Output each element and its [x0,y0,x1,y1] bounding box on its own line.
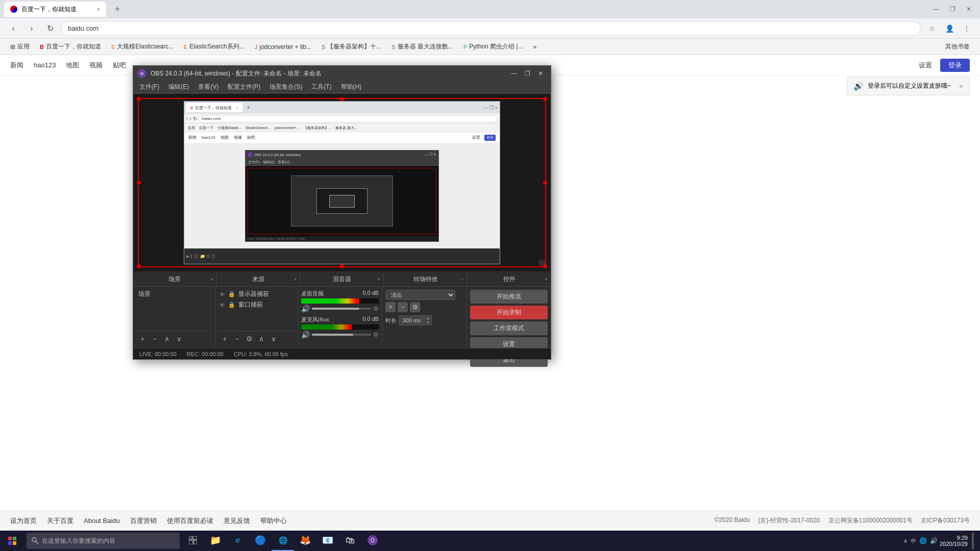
file-explorer-button[interactable]: 📁 [204,531,227,551]
scene-down-button[interactable]: ∨ [174,334,184,344]
footer-about-en[interactable]: About Baidu [84,517,120,524]
transition-settings-button[interactable]: ⚙ [410,302,420,312]
footer-homepage[interactable]: 设为首页 [10,516,37,525]
transition-panel-menu[interactable]: ⋯ [459,277,464,282]
scene-add-button[interactable]: + [137,334,148,344]
new-tab-button[interactable]: + [110,2,125,16]
tab-close-button[interactable]: × [97,6,100,12]
notification-close[interactable]: × [959,82,963,90]
mixer-desktop-settings[interactable]: ⚙ [373,305,379,312]
footer-feedback[interactable]: 意见反馈 [224,516,250,525]
bookmark-python[interactable]: P Python 爬虫介绍 |... [459,41,527,52]
mixer-mic-slider[interactable] [312,334,371,336]
obs-restore-button[interactable]: ❐ [521,67,533,80]
nav-hao123[interactable]: hao123 [34,61,56,69]
source-item-display[interactable]: 👁 🔒 显示器捕获 [217,289,295,299]
obs-menu-file[interactable]: 文件(F) [135,82,163,92]
bookmark-other[interactable]: 其他书签 [941,41,974,52]
start-button[interactable] [0,531,24,551]
handle-left[interactable] [137,181,141,185]
handle-right[interactable] [543,181,547,185]
bookmark-server2[interactable]: S 服务器 最大连接数... [387,41,457,52]
nav-map[interactable]: 地图 [66,61,79,70]
source-eye-icon[interactable]: 👁 [219,291,225,297]
preview-settings-icon[interactable]: ⊞ [538,258,545,267]
bookmark-jod[interactable]: J jodconverter + lib... [251,42,315,52]
source-settings-button[interactable]: ⚙ [244,334,254,344]
handle-top[interactable] [340,97,344,101]
bookmark-elastic1[interactable]: E 大规模Elasticsearc... [107,41,178,52]
minimize-button[interactable]: — [929,2,943,16]
obs-menu-help[interactable]: 帮助(H) [337,82,366,92]
mixer-desktop-mute[interactable]: 🔊 [301,305,310,313]
transition-type-select[interactable]: 淡出 切换 [385,290,455,300]
chrome-button[interactable]: 🔵 [249,531,272,551]
obs-menu-profile[interactable]: 配置文件(P) [224,82,264,92]
handle-bottomleft[interactable] [137,264,141,268]
obs-menu-tools[interactable]: 工具(T) [307,82,335,92]
source-item-window[interactable]: 👁 🔒 窗口捕获 [217,299,295,310]
transition-add-button[interactable]: + [385,302,396,312]
menu-icon[interactable]: ⋮ [960,21,974,36]
scene-item[interactable]: 场景 [135,289,213,299]
bookmark-baidu[interactable]: B 百度一下，你就知道 [36,41,105,52]
obs-menu-edit[interactable]: 编辑(E) [164,82,193,92]
active-tab[interactable]: 百度一下，你就知道 × [4,2,106,17]
scene-remove-button[interactable]: − [150,334,160,344]
restore-button[interactable]: ❐ [945,2,960,16]
duration-up[interactable]: ▲ [424,316,431,320]
source-up-button[interactable]: ∧ [256,334,266,344]
source-lock-icon[interactable]: 🔒 [228,291,235,297]
reload-button[interactable]: ↻ [43,21,57,36]
bookmark-elastic2[interactable]: E ElasticSearch系列... [180,41,249,52]
handle-topright[interactable] [543,97,547,101]
close-button[interactable]: ✕ [962,2,976,16]
mixer-mic-mute[interactable]: 🔊 [301,331,310,339]
bookmark-more[interactable]: » [529,42,541,52]
obs-menu-scenecollection[interactable]: 场景集合(S) [265,82,306,92]
mail-button[interactable]: 📧 [316,531,339,551]
footer-marketing[interactable]: 百度营销 [130,516,157,525]
footer-about[interactable]: 关于百度 [47,516,74,525]
nav-video[interactable]: 视频 [89,61,103,70]
obs-menu-view[interactable]: 查看(V) [194,82,223,92]
address-bar[interactable]: baidu.com [61,21,921,36]
chrome-active-button[interactable]: 🌐 [272,531,294,551]
bookmark-server1[interactable]: S 【服务器架构】十... [317,41,385,52]
bookmark-icon[interactable]: ☆ [925,21,939,36]
firefox-button[interactable]: 🦊 [294,531,316,551]
source-remove-button[interactable]: − [232,334,242,344]
taskbar-search-box[interactable]: 在这里输入你要搜索的内容 [27,533,180,549]
mixer-panel-menu[interactable]: + [378,277,381,282]
scene-up-button[interactable]: ∧ [162,334,172,344]
settings-button[interactable]: 设置 [919,61,932,70]
mixer-desktop-slider[interactable] [312,308,371,310]
mixer-mic-settings[interactable]: ⚙ [373,331,379,338]
controls-panel-menu[interactable]: + [545,277,548,282]
source-eye-icon2[interactable]: 👁 [219,302,225,308]
transition-remove-button[interactable]: − [398,302,408,312]
source-down-button[interactable]: ∨ [268,334,279,344]
bookmark-apps[interactable]: ⊞ 应用 [6,41,34,52]
nav-news[interactable]: 新闻 [10,61,23,70]
source-add-button[interactable]: + [219,334,230,344]
back-button[interactable]: ‹ [6,21,20,36]
forward-button[interactable]: › [24,21,39,36]
task-view-button[interactable] [182,531,204,551]
start-recording-button[interactable]: 开始录制 [470,306,548,319]
handle-bottom[interactable] [340,264,344,268]
footer-terms[interactable]: 使用百度前必读 [167,516,213,525]
account-icon[interactable]: 👤 [942,21,957,36]
studio-mode-button[interactable]: 工作室模式 [470,321,548,335]
source-panel-menu[interactable]: + [294,277,297,282]
scene-panel-menu[interactable]: + [210,277,213,282]
start-streaming-button[interactable]: 开始推流 [470,290,548,304]
duration-down[interactable]: ▼ [424,320,431,325]
footer-help[interactable]: 帮助中心 [260,516,287,525]
obs-taskbar-button[interactable]: O [361,531,384,551]
show-desktop-button[interactable] [972,533,974,549]
handle-topleft[interactable] [137,97,141,101]
nav-tieba[interactable]: 贴吧 [113,61,126,70]
source-lock-icon2[interactable]: 🔒 [228,302,235,308]
obs-close-button[interactable]: ✕ [534,67,547,80]
